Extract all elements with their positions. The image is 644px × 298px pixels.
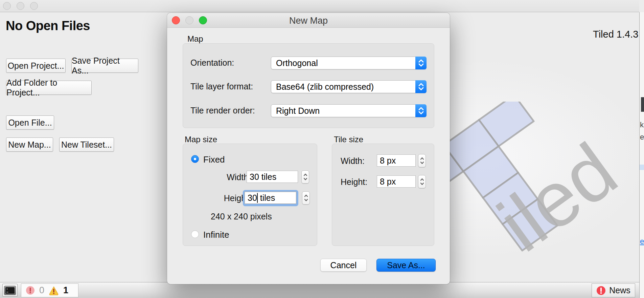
tile-width-label: Width: (341, 156, 365, 166)
tile-height-input[interactable]: 8 px (377, 175, 416, 188)
page-title: No Open Files (6, 19, 90, 33)
save-project-as-button[interactable]: Save Project As... (71, 59, 138, 73)
fixed-radio[interactable] (191, 155, 199, 163)
error-icon (26, 286, 35, 295)
orientation-value: Orthogonal (276, 58, 318, 68)
orientation-label: Orientation: (190, 58, 234, 68)
map-height-focus-ring: 30 tiles (243, 190, 298, 206)
tile-height-label: Height: (341, 177, 367, 187)
warning-count: 1 (63, 285, 68, 296)
add-folder-to-project-button[interactable]: Add Folder to Project... (6, 81, 92, 95)
sliver-link-fragment: e (640, 237, 644, 246)
chevron-up-down-icon (415, 104, 427, 117)
tile-height-stepper[interactable] (418, 175, 426, 188)
sliver-text-fragment: e (640, 133, 644, 142)
tile-render-order-select[interactable]: Right Down (271, 104, 427, 117)
cancel-button[interactable]: Cancel (320, 259, 367, 272)
tile-render-order-value: Right Down (276, 106, 320, 116)
tile-layer-format-value: Base64 (zlib compressed) (276, 82, 374, 92)
issues-counter[interactable]: 0 1 (21, 283, 78, 297)
tile-size-group-label: Tile size (334, 135, 363, 144)
zoom-icon[interactable] (30, 2, 38, 10)
sliver-dark-patch (641, 97, 644, 112)
save-as-button[interactable]: Save As... (376, 259, 436, 272)
stepper-arrows-icon (303, 193, 309, 203)
status-bar: 0 1 News (0, 282, 639, 298)
open-project-button[interactable]: Open Project... (6, 59, 66, 73)
map-width-input[interactable]: 30 tiles (247, 171, 298, 183)
close-icon[interactable] (3, 2, 11, 10)
orientation-select[interactable]: Orthogonal (271, 57, 427, 69)
news-alert-icon (596, 286, 606, 295)
map-groupbox: Orientation: Orthogonal Tile layer forma… (183, 43, 434, 128)
terminal-icon (4, 286, 16, 295)
map-size-groupbox: Fixed Width: 30 tiles Height: 30 tiles 2… (183, 144, 317, 246)
stepper-arrows-icon (419, 156, 425, 165)
tile-layer-format-select[interactable]: Base64 (zlib compressed) (271, 80, 427, 93)
main-window-titlebar (0, 0, 639, 12)
warning-icon (49, 286, 59, 295)
map-height-suffix: tiles (258, 193, 275, 203)
stepper-arrows-icon (419, 177, 425, 186)
minimize-icon[interactable] (17, 2, 24, 10)
open-file-button[interactable]: Open File... (6, 115, 54, 130)
map-width-label: Width: (207, 172, 251, 182)
sliver-text-fragment: k (640, 121, 644, 129)
map-height-input[interactable]: 30 tiles (245, 192, 296, 204)
map-group-label: Map (187, 34, 203, 44)
chevron-up-down-icon (415, 57, 427, 69)
news-button[interactable]: News (592, 283, 635, 297)
news-button-label: News (609, 285, 630, 295)
sliver-selection-band (640, 165, 644, 170)
tile-width-stepper[interactable] (418, 154, 426, 167)
tile-render-order-label: Tile render order: (190, 106, 255, 115)
new-map-dialog: New Map Map Orientation: Orthogonal Tile… (167, 13, 450, 284)
app-version-label: Tiled 1.4.3 (593, 29, 638, 40)
tile-width-input[interactable]: 8 px (377, 154, 416, 167)
map-size-group-label: Map size (185, 135, 217, 144)
chevron-up-down-icon (415, 80, 427, 93)
map-height-stepper[interactable] (302, 191, 310, 205)
infinite-radio-label: Infinite (203, 230, 229, 240)
new-tileset-button[interactable]: New Tileset... (59, 137, 114, 152)
console-toggle-button[interactable] (2, 284, 18, 297)
infinite-radio[interactable] (191, 230, 199, 238)
fixed-radio-label: Fixed (203, 154, 225, 165)
new-map-button[interactable]: New Map... (6, 137, 53, 152)
map-height-value: 30 (248, 193, 257, 203)
dialog-titlebar[interactable]: New Map (167, 13, 450, 28)
stepper-arrows-icon (303, 172, 308, 182)
pixel-size-summary: 240 x 240 pixels (211, 212, 272, 221)
tile-layer-format-label: Tile layer format: (190, 82, 253, 91)
map-width-stepper[interactable] (301, 170, 309, 184)
background-window-sliver: k e e (639, 12, 644, 298)
tile-size-groupbox: Width: 8 px Height: 8 px (332, 144, 434, 246)
error-count: 0 (39, 285, 44, 296)
watermark-text: iled (483, 126, 632, 268)
dialog-title: New Map (167, 16, 450, 26)
